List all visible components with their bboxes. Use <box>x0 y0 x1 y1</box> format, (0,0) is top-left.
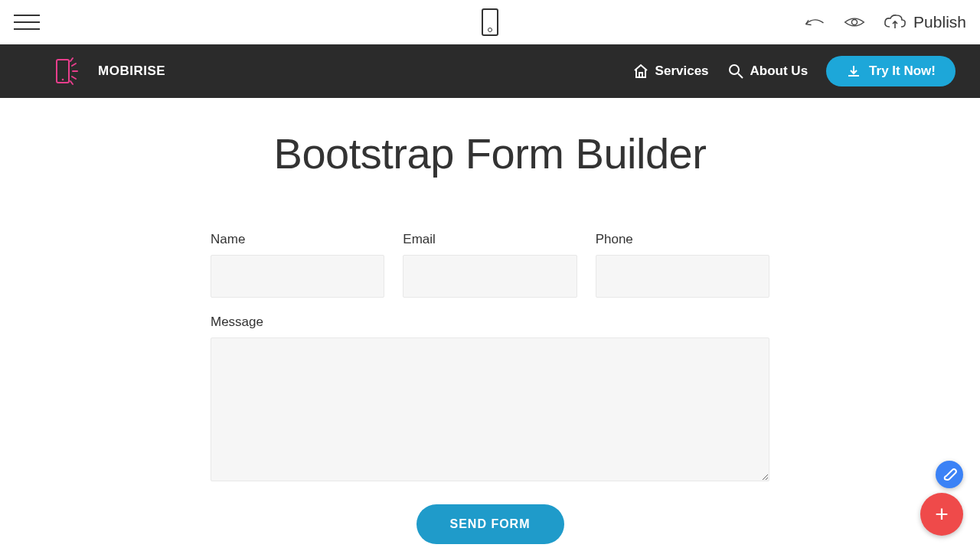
content: Bootstrap Form Builder Name Email Phone <box>109 98 871 551</box>
theme-fab-button[interactable] <box>936 461 963 488</box>
name-input[interactable] <box>211 255 384 298</box>
svg-line-5 <box>72 77 76 79</box>
svg-point-0 <box>852 19 858 24</box>
hamburger-menu-button[interactable] <box>14 15 40 30</box>
toolbar-right: Publish <box>803 13 966 31</box>
cloud-upload-icon <box>883 13 907 31</box>
brush-icon <box>942 467 957 482</box>
site-header: MOBIRISE Services About Us <box>0 44 980 98</box>
svg-line-9 <box>738 73 743 78</box>
nav-about[interactable]: About Us <box>727 63 808 80</box>
phone-label: Phone <box>596 232 769 247</box>
app-toolbar: Publish <box>0 0 980 44</box>
magnifier-icon <box>727 63 744 80</box>
phone-input[interactable] <box>596 255 769 298</box>
svg-line-4 <box>72 64 76 66</box>
nav-about-label: About Us <box>750 64 808 79</box>
preview-viewport[interactable]: MOBIRISE Services About Us <box>0 44 980 551</box>
svg-line-7 <box>70 81 73 84</box>
undo-icon <box>803 14 826 31</box>
nav-services[interactable]: Services <box>632 63 709 80</box>
device-preview-button[interactable] <box>482 8 498 36</box>
cta-label: Try It Now! <box>869 64 936 79</box>
logo-mark-icon <box>54 57 89 86</box>
submit-button[interactable]: SEND FORM <box>416 504 564 544</box>
message-textarea[interactable] <box>211 337 769 481</box>
brand-text: MOBIRISE <box>98 64 165 79</box>
undo-button[interactable] <box>803 13 826 31</box>
nav-services-label: Services <box>655 64 709 79</box>
email-label: Email <box>403 232 577 247</box>
page-canvas: MOBIRISE Services About Us <box>0 44 980 551</box>
cta-try-button[interactable]: Try It Now! <box>826 56 956 86</box>
eye-icon <box>843 14 866 31</box>
add-block-fab-button[interactable]: + <box>920 493 963 536</box>
logo[interactable]: MOBIRISE <box>54 57 165 86</box>
page-title: Bootstrap Form Builder <box>109 129 871 178</box>
site-nav: Services About Us Try It Now! <box>632 56 956 86</box>
preview-button[interactable] <box>843 13 866 31</box>
download-icon <box>846 64 861 79</box>
phone-icon <box>482 8 498 36</box>
publish-button[interactable]: Publish <box>883 13 966 31</box>
publish-label: Publish <box>913 13 966 31</box>
plus-icon: + <box>935 501 949 527</box>
message-label: Message <box>211 315 769 330</box>
svg-point-8 <box>730 65 739 74</box>
svg-line-6 <box>70 58 73 61</box>
home-icon <box>632 63 649 80</box>
svg-point-2 <box>62 79 64 81</box>
contact-form: Name Email Phone Message <box>211 232 769 544</box>
name-label: Name <box>211 232 384 247</box>
email-input[interactable] <box>403 255 577 298</box>
